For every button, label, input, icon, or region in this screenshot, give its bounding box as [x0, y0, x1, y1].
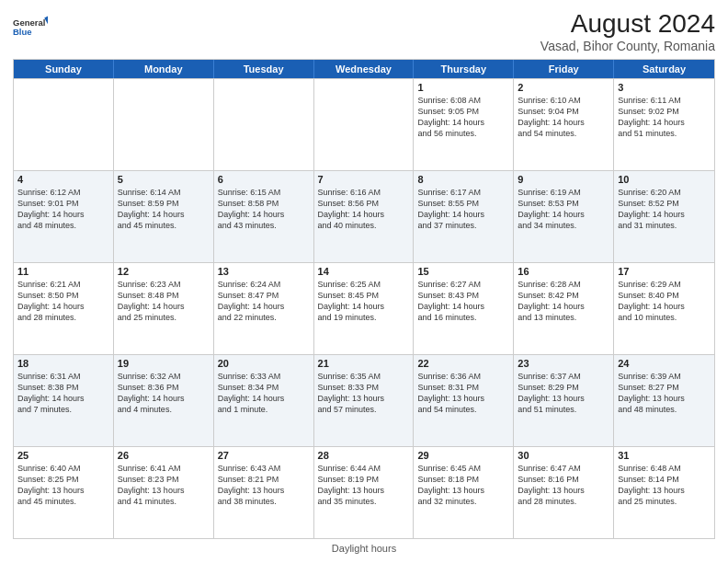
cell-content: Sunrise: 6:20 AM Sunset: 8:52 PM Dayligh… [618, 187, 711, 232]
day-number: 3 [618, 82, 711, 93]
calendar-body: 1Sunrise: 6:08 AM Sunset: 9:05 PM Daylig… [14, 78, 714, 538]
day-number: 20 [218, 358, 310, 369]
cell-content: Sunrise: 6:44 AM Sunset: 8:19 PM Dayligh… [318, 463, 410, 508]
cell-content: Sunrise: 6:27 AM Sunset: 8:43 PM Dayligh… [417, 279, 509, 324]
day-number: 13 [218, 266, 310, 277]
day-number: 27 [218, 450, 310, 461]
cal-cell [114, 79, 214, 170]
cell-content: Sunrise: 6:08 AM Sunset: 9:05 PM Dayligh… [417, 95, 509, 140]
cell-content: Sunrise: 6:33 AM Sunset: 8:34 PM Dayligh… [218, 371, 310, 416]
day-number: 19 [118, 358, 210, 369]
cell-content: Sunrise: 6:32 AM Sunset: 8:36 PM Dayligh… [118, 371, 210, 416]
cal-cell: 13Sunrise: 6:24 AM Sunset: 8:47 PM Dayli… [214, 263, 314, 354]
cal-cell [14, 79, 114, 170]
day-number: 21 [318, 358, 410, 369]
cell-content: Sunrise: 6:25 AM Sunset: 8:45 PM Dayligh… [318, 279, 410, 324]
cell-content: Sunrise: 6:21 AM Sunset: 8:50 PM Dayligh… [17, 279, 109, 324]
cal-header-sunday: Sunday [14, 60, 114, 78]
cell-content: Sunrise: 6:12 AM Sunset: 9:01 PM Dayligh… [17, 187, 109, 232]
cal-cell: 31Sunrise: 6:48 AM Sunset: 8:14 PM Dayli… [614, 447, 714, 538]
day-number: 17 [618, 266, 711, 277]
cell-content: Sunrise: 6:48 AM Sunset: 8:14 PM Dayligh… [618, 463, 711, 508]
day-number: 24 [618, 358, 711, 369]
cal-cell: 11Sunrise: 6:21 AM Sunset: 8:50 PM Dayli… [14, 263, 114, 354]
cal-cell: 22Sunrise: 6:36 AM Sunset: 8:31 PM Dayli… [414, 355, 514, 446]
day-number: 28 [318, 450, 410, 461]
cell-content: Sunrise: 6:41 AM Sunset: 8:23 PM Dayligh… [118, 463, 210, 508]
cell-content: Sunrise: 6:39 AM Sunset: 8:27 PM Dayligh… [618, 371, 711, 416]
cal-cell: 14Sunrise: 6:25 AM Sunset: 8:45 PM Dayli… [314, 263, 415, 354]
cal-header-tuesday: Tuesday [214, 60, 314, 78]
cell-content: Sunrise: 6:15 AM Sunset: 8:58 PM Dayligh… [218, 187, 310, 232]
calendar: SundayMondayTuesdayWednesdayThursdayFrid… [13, 59, 715, 539]
cell-content: Sunrise: 6:28 AM Sunset: 8:42 PM Dayligh… [518, 279, 609, 324]
header: General Blue August 2024 Vasad, Bihor Co… [13, 9, 715, 53]
day-number: 7 [318, 174, 410, 185]
day-number: 9 [518, 174, 609, 185]
cell-content: Sunrise: 6:31 AM Sunset: 8:38 PM Dayligh… [17, 371, 109, 416]
cal-cell: 15Sunrise: 6:27 AM Sunset: 8:43 PM Dayli… [414, 263, 514, 354]
footer: Daylight hours [13, 543, 715, 554]
day-number: 16 [518, 266, 609, 277]
cal-cell: 28Sunrise: 6:44 AM Sunset: 8:19 PM Dayli… [314, 447, 415, 538]
cal-cell: 25Sunrise: 6:40 AM Sunset: 8:25 PM Dayli… [14, 447, 114, 538]
day-number: 31 [618, 450, 711, 461]
cell-content: Sunrise: 6:23 AM Sunset: 8:48 PM Dayligh… [118, 279, 210, 324]
cell-content: Sunrise: 6:24 AM Sunset: 8:47 PM Dayligh… [218, 279, 310, 324]
page: General Blue August 2024 Vasad, Bihor Co… [0, 0, 728, 563]
day-number: 14 [318, 266, 410, 277]
cal-cell: 5Sunrise: 6:14 AM Sunset: 8:59 PM Daylig… [114, 171, 214, 262]
cal-cell: 12Sunrise: 6:23 AM Sunset: 8:48 PM Dayli… [114, 263, 214, 354]
svg-text:Blue: Blue [13, 28, 32, 38]
cal-cell: 19Sunrise: 6:32 AM Sunset: 8:36 PM Dayli… [114, 355, 214, 446]
cal-cell: 26Sunrise: 6:41 AM Sunset: 8:23 PM Dayli… [114, 447, 214, 538]
cal-row-4: 25Sunrise: 6:40 AM Sunset: 8:25 PM Dayli… [14, 446, 714, 538]
cal-row-1: 4Sunrise: 6:12 AM Sunset: 9:01 PM Daylig… [14, 170, 714, 262]
day-number: 30 [518, 450, 609, 461]
cal-cell: 30Sunrise: 6:47 AM Sunset: 8:16 PM Dayli… [514, 447, 614, 538]
cal-header-wednesday: Wednesday [314, 60, 415, 78]
cal-cell: 2Sunrise: 6:10 AM Sunset: 9:04 PM Daylig… [514, 79, 614, 170]
cal-header-friday: Friday [514, 60, 614, 78]
cal-cell: 8Sunrise: 6:17 AM Sunset: 8:55 PM Daylig… [414, 171, 514, 262]
cell-content: Sunrise: 6:43 AM Sunset: 8:21 PM Dayligh… [218, 463, 310, 508]
cell-content: Sunrise: 6:11 AM Sunset: 9:02 PM Dayligh… [618, 95, 711, 140]
day-number: 25 [17, 450, 109, 461]
cell-content: Sunrise: 6:19 AM Sunset: 8:53 PM Dayligh… [518, 187, 609, 232]
day-number: 2 [518, 82, 609, 93]
cal-cell: 9Sunrise: 6:19 AM Sunset: 8:53 PM Daylig… [514, 171, 614, 262]
cell-content: Sunrise: 6:29 AM Sunset: 8:40 PM Dayligh… [618, 279, 711, 324]
cell-content: Sunrise: 6:40 AM Sunset: 8:25 PM Dayligh… [17, 463, 109, 508]
cal-cell: 1Sunrise: 6:08 AM Sunset: 9:05 PM Daylig… [414, 79, 514, 170]
subtitle: Vasad, Bihor County, Romania [540, 39, 715, 53]
day-number: 29 [417, 450, 509, 461]
cal-header-saturday: Saturday [614, 60, 714, 78]
day-number: 23 [518, 358, 609, 369]
svg-text:General: General [13, 17, 45, 28]
cal-cell: 10Sunrise: 6:20 AM Sunset: 8:52 PM Dayli… [614, 171, 714, 262]
cal-cell: 4Sunrise: 6:12 AM Sunset: 9:01 PM Daylig… [14, 171, 114, 262]
title-block: August 2024 Vasad, Bihor County, Romania [540, 9, 715, 53]
logo-svg: General Blue [13, 9, 48, 44]
day-number: 8 [417, 174, 509, 185]
main-title: August 2024 [540, 9, 715, 39]
cal-cell: 27Sunrise: 6:43 AM Sunset: 8:21 PM Dayli… [214, 447, 314, 538]
cal-cell: 7Sunrise: 6:16 AM Sunset: 8:56 PM Daylig… [314, 171, 415, 262]
day-number: 22 [417, 358, 509, 369]
cell-content: Sunrise: 6:45 AM Sunset: 8:18 PM Dayligh… [417, 463, 509, 508]
cal-cell [214, 79, 314, 170]
day-number: 1 [417, 82, 509, 93]
cal-row-0: 1Sunrise: 6:08 AM Sunset: 9:05 PM Daylig… [14, 78, 714, 170]
cal-cell: 17Sunrise: 6:29 AM Sunset: 8:40 PM Dayli… [614, 263, 714, 354]
cal-row-3: 18Sunrise: 6:31 AM Sunset: 8:38 PM Dayli… [14, 354, 714, 446]
cell-content: Sunrise: 6:16 AM Sunset: 8:56 PM Dayligh… [318, 187, 410, 232]
cal-header-thursday: Thursday [414, 60, 514, 78]
cal-cell [314, 79, 415, 170]
logo: General Blue [13, 9, 48, 44]
day-number: 4 [17, 174, 109, 185]
day-number: 10 [618, 174, 711, 185]
cal-header-monday: Monday [114, 60, 214, 78]
day-number: 26 [118, 450, 210, 461]
cell-content: Sunrise: 6:37 AM Sunset: 8:29 PM Dayligh… [518, 371, 609, 416]
cal-cell: 29Sunrise: 6:45 AM Sunset: 8:18 PM Dayli… [414, 447, 514, 538]
